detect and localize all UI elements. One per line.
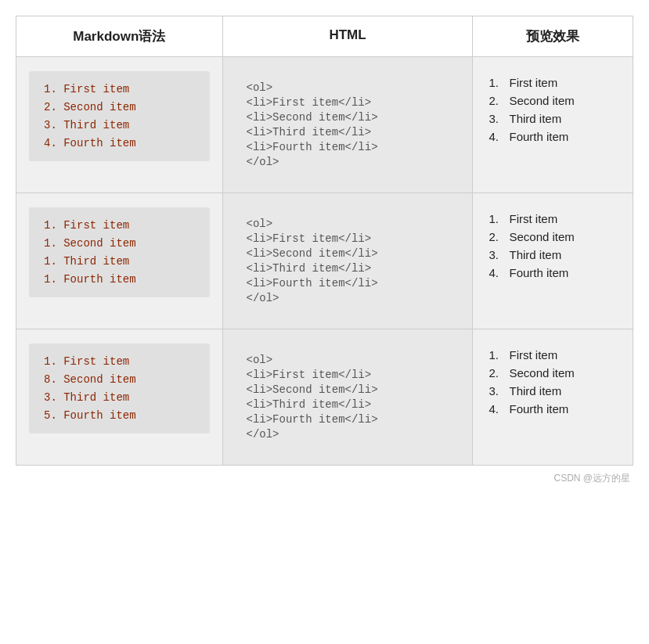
col3-header: 预览效果 bbox=[473, 16, 633, 57]
html-line: <li>First item</li> bbox=[247, 232, 449, 245]
markdown-line: 8. Second item bbox=[40, 372, 199, 387]
markdown-line: 2. Second item bbox=[40, 99, 199, 115]
preview-cell-1: 1.First item2.Second item3.Third item4.F… bbox=[473, 57, 633, 193]
html-cell-3: <ol><li>First item</li><li>Second item</… bbox=[222, 329, 473, 466]
table-row-1: 1. First item2. Second item3. Third item… bbox=[16, 57, 633, 193]
list-item: 4.Fourth item bbox=[489, 130, 620, 143]
list-item: 2.Second item bbox=[489, 94, 620, 107]
markdown-cell-3: 1. First item8. Second item3. Third item… bbox=[16, 329, 223, 466]
list-number: 3. bbox=[489, 384, 506, 398]
col1-header: Markdown语法 bbox=[16, 16, 223, 57]
list-number: 1. bbox=[489, 76, 506, 89]
html-line: <li>Third item</li> bbox=[247, 398, 449, 411]
html-line: <li>Second item</li> bbox=[247, 111, 449, 124]
col2-header: HTML bbox=[222, 16, 473, 57]
html-line: <li>Third item</li> bbox=[247, 262, 449, 275]
list-text: Fourth item bbox=[509, 130, 568, 143]
list-number: 3. bbox=[489, 248, 506, 261]
html-line: <li>Second item</li> bbox=[247, 247, 449, 260]
main-table: Markdown语法 HTML 预览效果 1. First item2. Sec… bbox=[16, 16, 633, 466]
html-line: <li>First item</li> bbox=[247, 96, 449, 109]
table-row-3: 1. First item8. Second item3. Third item… bbox=[16, 329, 633, 466]
list-item: 4.Fourth item bbox=[489, 266, 620, 279]
list-text: Fourth item bbox=[509, 402, 568, 416]
markdown-cell-2: 1. First item1. Second item1. Third item… bbox=[16, 193, 223, 329]
list-item: 2.Second item bbox=[489, 366, 620, 380]
html-line: <ol> bbox=[247, 81, 449, 94]
footer-note: CSDN @远方的星 bbox=[16, 466, 633, 485]
list-item: 1.First item bbox=[489, 76, 620, 89]
list-text: Second item bbox=[509, 94, 574, 107]
html-cell-1: <ol><li>First item</li><li>Second item</… bbox=[222, 57, 473, 193]
list-text: First item bbox=[509, 212, 557, 225]
list-item: 2.Second item bbox=[489, 230, 620, 243]
html-line: </ol> bbox=[247, 156, 449, 168]
html-line: <ol> bbox=[247, 354, 449, 366]
html-line: <ol> bbox=[247, 218, 449, 230]
markdown-line: 3. Third item bbox=[40, 117, 199, 133]
markdown-cell-1: 1. First item2. Second item3. Third item… bbox=[16, 57, 223, 193]
html-line: <li>Third item</li> bbox=[247, 126, 449, 139]
list-number: 2. bbox=[489, 230, 506, 243]
html-line: <li>Fourth item</li> bbox=[247, 277, 449, 290]
list-text: First item bbox=[509, 76, 557, 89]
list-number: 1. bbox=[489, 348, 506, 362]
list-number: 4. bbox=[489, 130, 506, 143]
list-text: Second item bbox=[509, 366, 574, 380]
list-text: Fourth item bbox=[509, 266, 568, 279]
html-line: </ol> bbox=[247, 292, 449, 304]
list-item: 3.Third item bbox=[489, 112, 620, 125]
list-item: 4.Fourth item bbox=[489, 402, 620, 416]
html-line: <li>Fourth item</li> bbox=[247, 413, 449, 426]
list-text: Third item bbox=[509, 112, 561, 125]
markdown-line: 1. Fourth item bbox=[40, 272, 199, 287]
list-number: 2. bbox=[489, 94, 506, 107]
markdown-line: 5. Fourth item bbox=[40, 408, 199, 423]
list-text: Second item bbox=[509, 230, 574, 243]
markdown-line: 4. Fourth item bbox=[40, 135, 199, 151]
list-item: 1.First item bbox=[489, 212, 620, 225]
html-line: <li>Second item</li> bbox=[247, 383, 449, 396]
list-item: 3.Third item bbox=[489, 248, 620, 261]
markdown-line: 1. First item bbox=[40, 354, 199, 369]
list-item: 3.Third item bbox=[489, 384, 620, 398]
list-number: 2. bbox=[489, 366, 506, 380]
preview-cell-2: 1.First item2.Second item3.Third item4.F… bbox=[473, 193, 633, 329]
markdown-line: 1. First item bbox=[40, 218, 199, 233]
markdown-line: 1. Third item bbox=[40, 254, 199, 269]
list-number: 4. bbox=[489, 402, 506, 416]
markdown-line: 1. First item bbox=[40, 81, 199, 97]
list-text: First item bbox=[509, 348, 557, 362]
markdown-line: 3. Third item bbox=[40, 390, 199, 405]
html-line: <li>First item</li> bbox=[247, 369, 449, 381]
list-number: 3. bbox=[489, 112, 506, 125]
list-number: 1. bbox=[489, 212, 506, 225]
table-row-2: 1. First item1. Second item1. Third item… bbox=[16, 193, 633, 329]
preview-cell-3: 1.First item2.Second item3.Third item4.F… bbox=[473, 329, 633, 466]
html-cell-2: <ol><li>First item</li><li>Second item</… bbox=[222, 193, 473, 329]
markdown-line: 1. Second item bbox=[40, 236, 199, 251]
list-text: Third item bbox=[509, 384, 561, 398]
list-item: 1.First item bbox=[489, 348, 620, 362]
html-line: <li>Fourth item</li> bbox=[247, 141, 449, 153]
list-text: Third item bbox=[509, 248, 561, 261]
html-line: </ol> bbox=[247, 428, 449, 441]
list-number: 4. bbox=[489, 266, 506, 279]
